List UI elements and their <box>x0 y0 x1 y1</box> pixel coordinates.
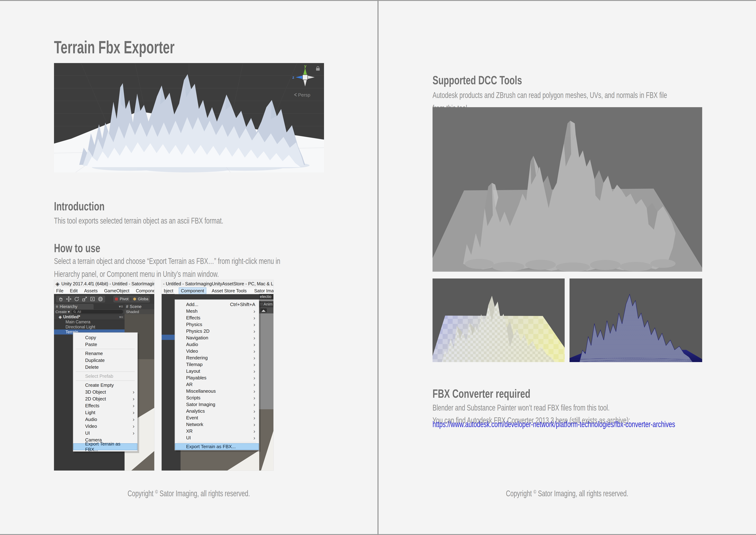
selection-label-partial: electio <box>259 294 273 299</box>
scene-tab-label: Scene <box>130 304 142 309</box>
fbx-converter-link[interactable]: https://www.autodesk.com/developer-netwo… <box>433 419 756 429</box>
component-menu-item: Scripts › <box>175 394 259 401</box>
context-menu-item: 2D Object › <box>73 395 137 402</box>
shaded-dropdown: Shaded <box>124 309 154 314</box>
scene-root-menu-icon: ▾≡ <box>119 315 123 319</box>
submenu-arrow-icon: › <box>254 408 255 414</box>
submenu-arrow-icon: › <box>254 382 255 387</box>
scene-bottom-strip <box>180 450 259 470</box>
submenu-arrow-icon: › <box>254 429 255 434</box>
anim-dots-icon: ∷ <box>260 302 262 307</box>
window-title: Unity 2017.4.4f1 (64bit) - Untitled - Sa… <box>61 281 154 286</box>
page-divider <box>377 0 379 535</box>
component-menu-item: Layout › <box>175 368 259 375</box>
global-label: Globa <box>138 297 148 301</box>
component-menu-item: UI › <box>175 435 259 441</box>
submenu-arrow-icon: › <box>254 395 255 401</box>
hierarchy-toolbar: Create ▾ All <box>54 309 124 314</box>
menubar-item: Component <box>136 288 154 294</box>
howto-line2: Hierarchy panel, or Component menu in Un… <box>54 269 280 279</box>
fbx-heading: FBX Converter required <box>433 387 567 401</box>
hierarchy-tab-label: Hierarchy <box>60 304 77 309</box>
scene-grid-icon: # <box>126 304 128 309</box>
component-menu-item: Network › <box>175 421 259 428</box>
submenu-arrow-icon: › <box>133 417 134 422</box>
submenu-arrow-icon: › <box>254 322 255 327</box>
intro-heading: Introduction <box>54 199 123 213</box>
menubar-item: Edit <box>70 288 78 294</box>
component-menu-item: Playables › <box>175 375 259 381</box>
copyright-symbol: © <box>155 489 158 494</box>
panel-menu-icon: ▾≡ <box>119 304 123 309</box>
fbx-line1: Blender and Substance Painter won’t read… <box>433 403 675 412</box>
context-menu-item: Audio › <box>73 416 137 423</box>
gizmo-z-label: z <box>292 75 294 80</box>
animator-tab-partial: ∷ Anim <box>259 301 273 307</box>
context-menu-item: Copy › <box>73 334 137 341</box>
unity-cube-icon: ◈ <box>59 315 62 319</box>
context-menu-item: Video › <box>73 423 137 430</box>
submenu-arrow-icon: › <box>133 410 134 415</box>
unity-screenshot-hierarchy: ◈ Unity 2017.4.4f1 (64bit) - Untitled - … <box>54 280 154 470</box>
submenu-arrow-icon: › <box>254 388 255 394</box>
component-menu-item: Analytics › <box>175 408 259 414</box>
context-menu-item: Export Terrain as FBX... › <box>73 443 137 450</box>
scale-tool-icon <box>82 296 87 302</box>
menubar-item: Component <box>179 288 206 294</box>
context-menu-item: Select Prefab › <box>73 373 137 380</box>
component-menu-item: Tilemap › <box>175 361 259 368</box>
dcc-render-checker <box>433 278 565 362</box>
component-menu-item: Miscellaneous › <box>175 388 259 394</box>
document-spread: Terrain Fbx Exporter <box>0 0 756 535</box>
component-menu-item: Add... Ctrl+Shift+A › <box>175 301 259 308</box>
dcc-heading: Supported DCC Tools <box>433 73 555 87</box>
bottom-panel-edge <box>162 450 180 470</box>
window-titlebar: ◈ Unity 2017.4.4f1 (64bit) - Untitled - … <box>54 280 154 288</box>
hierarchy-tab: ≡ Hierarchy <box>54 304 94 309</box>
component-menu-item: Export Terrain as FBX... › <box>175 443 259 450</box>
component-menu-item: Rendering › <box>175 354 259 361</box>
submenu-arrow-icon: › <box>254 375 255 380</box>
left-panel-edge <box>162 294 175 470</box>
component-menu-item: AR › <box>175 381 259 388</box>
dcc-line1: Autodesk products and ZBrush can read po… <box>433 90 754 100</box>
submenu-arrow-icon: › <box>254 422 255 427</box>
component-menu-item: Event › <box>175 414 259 421</box>
submenu-arrow-icon: › <box>254 369 255 374</box>
selected-row-sliver <box>162 335 175 340</box>
component-menu-item: Physics 2D › <box>175 328 259 334</box>
terrain-scene-image: y z Persp <box>54 63 324 172</box>
texture-icon-row <box>259 307 273 313</box>
rect-tool-icon <box>90 296 95 302</box>
unity-screenshot-component: - Untitled - SatorImagingUnityAssetStore… <box>162 280 273 470</box>
toolbar: Pivot | Globa <box>54 294 154 304</box>
window-title: - Untitled - SatorImagingUnityAssetStore… <box>163 281 273 286</box>
scene-corner <box>259 409 273 470</box>
scene-tab: # Scene <box>124 304 154 309</box>
submenu-arrow-icon: › <box>133 424 134 429</box>
howto-heading: How to use <box>54 241 117 255</box>
context-menu-item: Rename › <box>73 350 137 357</box>
submenu-arrow-icon: › <box>254 362 255 367</box>
scene-ground-strip <box>227 450 259 470</box>
right-panel-edge: electio ∷ Anim <box>259 294 273 470</box>
component-menu-item: Audio › <box>175 341 259 348</box>
gizmo-y-label: y <box>304 64 307 68</box>
intro-body: This tool exports selected terrain objec… <box>54 216 286 226</box>
search-input: All <box>71 310 123 314</box>
rotate-tool-icon <box>74 296 79 302</box>
svg-text:Persp: Persp <box>298 92 310 98</box>
dcc-render-large <box>433 107 702 272</box>
submenu-arrow-icon: › <box>133 430 134 436</box>
unity-scene-render: y z Persp <box>54 63 324 172</box>
hierarchy-item: Main Camera <box>54 319 124 324</box>
menubar-item: File <box>56 288 63 294</box>
submenu-arrow-icon: › <box>254 315 255 321</box>
transform-tool-icon <box>98 296 103 302</box>
submenu-arrow-icon: › <box>254 349 255 354</box>
component-menu: Add... Ctrl+Shift+A › Mesh › Effects › <box>175 299 259 450</box>
howto-line1: Select a terrain object and choose “Expo… <box>54 256 364 266</box>
menubar-item: Assets <box>84 288 97 294</box>
hierarchy-context-menu: Copy › Paste › Rename › <box>73 332 138 452</box>
component-menu-item: XR › <box>175 428 259 435</box>
